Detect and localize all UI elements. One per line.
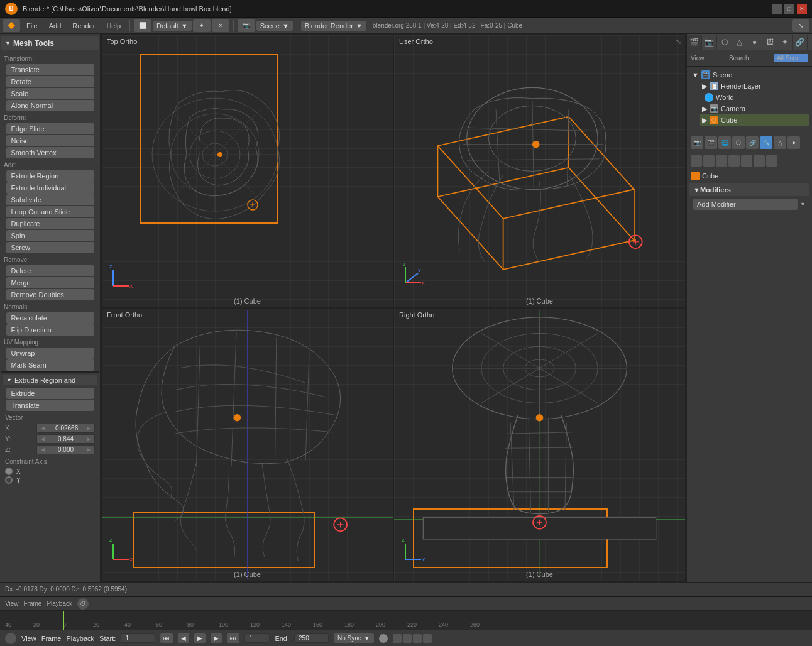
tree-item-world[interactable]: 🌐 World bbox=[700, 92, 809, 103]
next-keyframe-btn[interactable]: ⏭ bbox=[227, 633, 239, 643]
next-frame-btn[interactable]: ▶ bbox=[211, 633, 222, 643]
playback-label-tl[interactable]: Playback bbox=[66, 635, 94, 642]
audio-btn[interactable] bbox=[379, 634, 388, 643]
tree-item-cube[interactable]: ▶ ⬡ Cube bbox=[700, 114, 809, 126]
merge-button[interactable]: Merge bbox=[6, 277, 94, 288]
frame-label-tl[interactable]: Frame bbox=[41, 635, 62, 642]
prev-frame-btn[interactable]: ◀ bbox=[178, 633, 189, 643]
scene-dropdown[interactable]: Scene▼ bbox=[256, 21, 293, 31]
props-icon-render[interactable]: 📷 bbox=[691, 136, 703, 149]
scale-button[interactable]: Scale bbox=[6, 88, 94, 99]
y-decrease-arrow[interactable]: ◀ bbox=[40, 436, 46, 442]
modifiers-header[interactable]: ▼ Modifiers bbox=[689, 183, 809, 196]
edge-slide-button[interactable]: Edge Slide bbox=[6, 123, 94, 134]
prop-icon-2[interactable] bbox=[703, 155, 715, 167]
translate-button[interactable]: Translate bbox=[6, 64, 94, 75]
prop-icon-1[interactable] bbox=[691, 155, 702, 167]
props-icon-mesh[interactable]: △ bbox=[774, 136, 786, 149]
tl-icon-1[interactable] bbox=[393, 634, 402, 643]
menu-file[interactable]: File bbox=[21, 21, 43, 31]
extrude-translate-btn[interactable]: Translate bbox=[6, 400, 94, 411]
prop-icon-3[interactable] bbox=[716, 155, 727, 167]
prop-icon-4[interactable] bbox=[728, 155, 740, 167]
view-label-tl[interactable]: View bbox=[21, 635, 36, 642]
x-field[interactable]: ◀ -0.02666 ▶ bbox=[36, 424, 95, 433]
prop-icon-7[interactable] bbox=[766, 155, 777, 167]
smooth-vertex-button[interactable]: Smooth Vertex bbox=[6, 147, 94, 158]
extrude-btn[interactable]: Extrude bbox=[6, 388, 94, 399]
y-increase-arrow[interactable]: ▶ bbox=[85, 436, 92, 442]
along-normal-button[interactable]: Along Normal bbox=[6, 100, 94, 111]
camera-icon[interactable]: 📷 bbox=[238, 19, 255, 32]
viewport-top-right[interactable]: User Ortho ⤡ bbox=[394, 35, 685, 307]
menu-add[interactable]: Add bbox=[44, 21, 67, 31]
viewport-bottom-left[interactable]: Front Ortho bbox=[102, 309, 393, 581]
tree-item-renderlayer[interactable]: ▶ 📋 RenderLayer bbox=[700, 80, 809, 92]
z-increase-arrow[interactable]: ▶ bbox=[85, 447, 92, 452]
blender-menu-icon[interactable]: 🔶 bbox=[3, 19, 20, 32]
maximize-button[interactable]: □ bbox=[784, 4, 794, 14]
x-increase-arrow[interactable]: ▶ bbox=[85, 425, 92, 431]
timeline-icon[interactable]: ⏱ bbox=[77, 598, 89, 610]
viewport-bottom-right[interactable]: Right Ortho bbox=[394, 309, 685, 581]
x-decrease-arrow[interactable]: ◀ bbox=[40, 425, 46, 431]
props-icon-modifier[interactable]: 🔧 bbox=[760, 136, 772, 149]
loop-cut-slide-button[interactable]: Loop Cut and Slide bbox=[6, 206, 94, 217]
right-tab-texture[interactable]: 🖼 bbox=[762, 35, 777, 50]
mesh-tools-header[interactable]: ▼ Mesh Tools bbox=[1, 36, 99, 50]
extrude-region-button[interactable]: Extrude Region bbox=[6, 170, 94, 182]
prop-icon-6[interactable] bbox=[754, 155, 765, 167]
end-input[interactable] bbox=[294, 633, 329, 643]
flip-direction-button[interactable]: Flip Direction bbox=[6, 324, 94, 336]
sync-dropdown[interactable]: No Sync ▼ bbox=[334, 633, 374, 643]
duplicate-button[interactable]: Duplicate bbox=[6, 218, 94, 229]
right-tab-material[interactable]: ● bbox=[747, 35, 762, 50]
close-button[interactable]: ✕ bbox=[797, 4, 807, 14]
start-input[interactable] bbox=[121, 633, 155, 643]
tree-item-camera[interactable]: ▶ 📷 Camera bbox=[700, 103, 809, 114]
subdivide-button[interactable]: Subdivide bbox=[6, 194, 94, 205]
add-modifier-dropdown[interactable]: Add Modifier bbox=[693, 199, 798, 210]
x-axis-radio[interactable] bbox=[5, 468, 13, 475]
noise-button[interactable]: Noise bbox=[6, 135, 94, 146]
menu-help[interactable]: Help bbox=[101, 21, 126, 31]
frame-menu[interactable]: Frame bbox=[24, 600, 42, 607]
tl-icon-3[interactable] bbox=[413, 634, 422, 643]
extrude-header[interactable]: ▼ Extrude Region and bbox=[3, 375, 97, 385]
screw-button[interactable]: Screw bbox=[6, 242, 94, 253]
right-tab-particles[interactable]: ✦ bbox=[777, 35, 793, 50]
extrude-individual-button[interactable]: Extrude Individual bbox=[6, 182, 94, 194]
tl-icon-4[interactable] bbox=[423, 634, 432, 643]
y-field[interactable]: ◀ 0.844 ▶ bbox=[36, 434, 95, 444]
play-btn[interactable]: ▶ bbox=[194, 633, 206, 643]
right-tab-mesh[interactable]: △ bbox=[732, 35, 747, 50]
layout-dropdown[interactable]: Default▼ bbox=[153, 21, 192, 31]
rotate-button[interactable]: Rotate bbox=[6, 76, 94, 87]
right-tab-object[interactable]: ⬡ bbox=[717, 35, 732, 50]
right-tab-physics[interactable]: 🔗 bbox=[793, 35, 808, 50]
spin-button[interactable]: Spin bbox=[6, 230, 94, 241]
props-icon-world[interactable]: 🌐 bbox=[718, 136, 731, 149]
delete-button[interactable]: Delete bbox=[6, 265, 94, 276]
tree-item-scene[interactable]: ▼ 🎬 Scene bbox=[689, 69, 809, 80]
engine-dropdown[interactable]: Blender Render▼ bbox=[301, 21, 366, 31]
remove-doubles-button[interactable]: Remove Doubles bbox=[6, 289, 94, 300]
fullscreen-icon[interactable]: ⤡ bbox=[792, 19, 809, 32]
all-scenes-btn[interactable]: All Scen... bbox=[774, 54, 808, 62]
prev-keyframe-btn[interactable]: ⏮ bbox=[160, 633, 173, 643]
props-icon-object[interactable]: ⬡ bbox=[732, 136, 745, 149]
props-icon-scene[interactable]: 🎬 bbox=[705, 136, 717, 149]
right-tab-scene[interactable]: 🎬 bbox=[687, 35, 702, 50]
z-decrease-arrow[interactable]: ◀ bbox=[40, 447, 46, 452]
remove-icon[interactable]: ✕ bbox=[212, 19, 229, 32]
props-icon-constraint[interactable]: 🔗 bbox=[746, 136, 759, 149]
props-icon-material[interactable]: ● bbox=[787, 136, 800, 149]
timeline-body[interactable]: -40 -20 0 20 40 60 80 100 120 140 160 18… bbox=[0, 611, 812, 630]
recalculate-button[interactable]: Recalculate bbox=[6, 312, 94, 324]
playback-menu[interactable]: Playback bbox=[47, 600, 72, 607]
viewport-top-left[interactable]: Top Ortho bbox=[102, 35, 393, 307]
right-tab-render[interactable]: 📷 bbox=[702, 35, 717, 50]
mark-seam-button[interactable]: Mark Seam bbox=[6, 359, 94, 371]
tl-icon-2[interactable] bbox=[403, 634, 412, 643]
unwrap-button[interactable]: Unwrap bbox=[6, 348, 94, 359]
